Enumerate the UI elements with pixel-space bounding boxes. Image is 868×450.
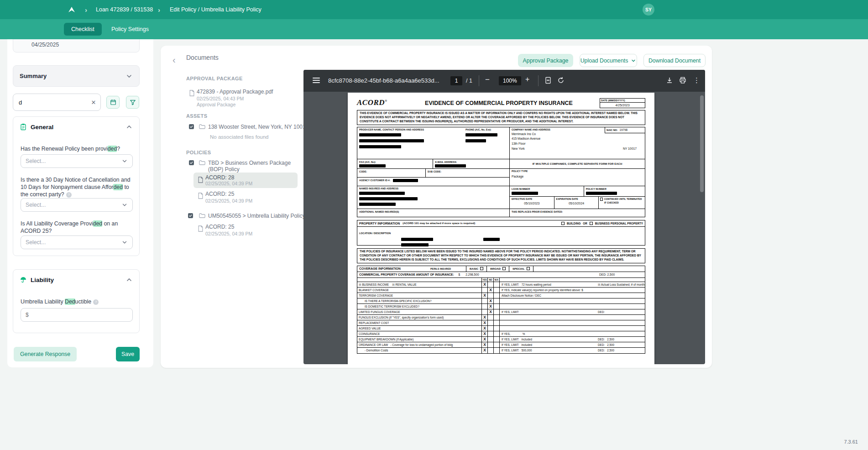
form-date-box: DATE (MM/DD/YYYY) 4/25/2023	[600, 98, 645, 108]
info-icon[interactable]: ?	[66, 192, 72, 198]
acord25-coverage-select[interactable]: Select...	[21, 235, 133, 249]
print-icon[interactable]	[679, 77, 686, 86]
named-insured-label: NAMED INSURED AND ADDRESS	[359, 187, 507, 190]
date-label: DATE (MM/DD/YYYY)	[600, 99, 645, 103]
property-information-section: PROPERTY INFORMATION (ACORD 101 may be a…	[357, 220, 645, 246]
pdf-viewer: 8cfc8708-88e2-45bf-b68-a6a4aa6e533d... /…	[303, 70, 705, 364]
folder-item-umbrella-policy[interactable]: UM50545055 > Umbrella Liability Policy	[188, 213, 305, 219]
na-mark-cell	[493, 309, 499, 314]
folder-item-asset[interactable]: 138 Wooster Street, New York, NY 10012	[189, 124, 309, 130]
app-logo-icon[interactable]	[68, 6, 76, 15]
continued-until-label: CONTINUED UNTIL TERMINATED IF CHECKED	[604, 198, 643, 205]
coverage-row: AGREED VALUEX	[357, 326, 645, 331]
question-cancellation-notice: Is there a 30 Day Notice of Cancellation…	[21, 176, 133, 198]
breadcrumb-loan[interactable]: Loan 472839 / 531538	[96, 6, 153, 13]
na-mark-cell	[493, 315, 499, 320]
fit-to-page-icon[interactable]	[544, 77, 552, 86]
liability-section-header[interactable]: Liability	[13, 270, 139, 283]
upload-documents-button[interactable]: Upload Documents	[580, 54, 637, 67]
special-checkbox	[527, 267, 530, 270]
file-item-acord-25[interactable]: ACORD: 25 02/25/2025, 04:39 PM	[198, 191, 252, 204]
assets-heading: ASSETS	[186, 113, 207, 119]
redaction-bar	[359, 133, 401, 136]
checkbox-checked-icon	[189, 160, 194, 165]
loan-number-label: LOAN NUMBER	[512, 188, 530, 190]
file-icon	[198, 177, 204, 183]
rotate-icon[interactable]	[557, 77, 565, 86]
approval-package-button[interactable]: Approval Package	[518, 54, 573, 67]
redaction-bar	[393, 179, 418, 182]
download-icon[interactable]	[666, 77, 673, 86]
breadcrumb-chevron-icon: ›	[85, 6, 87, 14]
acord-logo: ACORD®	[357, 98, 398, 107]
additional-named-insureds-label: ADDITIONAL NAMED INSURED(S)	[359, 210, 399, 213]
building-checkbox	[561, 222, 565, 225]
file-name: 472839 - Approval Package.pdf	[197, 89, 273, 95]
coverage-information-label: COVERAGE INFORMATION	[357, 267, 430, 270]
clipboard-icon	[20, 123, 27, 131]
coverage-row-ded: DED: 2,500	[598, 337, 614, 342]
file-name: ACORD: 28	[205, 174, 234, 181]
cancellation-notice-select[interactable]: Select...	[21, 198, 133, 212]
zoom-level[interactable]: 100%	[499, 76, 521, 85]
clear-search-icon[interactable]: ✕	[89, 98, 98, 106]
tab-policy-settings[interactable]: Policy Settings	[104, 23, 156, 36]
download-document-button[interactable]: Download Document	[643, 54, 706, 67]
pdf-scrollbar-thumb[interactable]	[700, 95, 704, 192]
na-mark-cell	[493, 337, 499, 342]
coverage-row: ☒ BUSINESS INCOME ☒ RENTAL VALUEXIf YES,…	[357, 282, 645, 288]
renewal-policy-select[interactable]: Select...	[21, 154, 133, 168]
question-acord25-coverage: Is All Liability Coverage Provided on an…	[21, 220, 133, 235]
umbrella-deductible-input[interactable]	[21, 308, 133, 322]
coverage-row-info: If YES, LIMIT: 72 hours waiting period☒ …	[499, 282, 645, 287]
search-input[interactable]	[13, 94, 101, 111]
or-label: OR	[583, 222, 587, 225]
folder-item-bop-policy[interactable]: TBD > Business Owners Package (BOP) Poli…	[189, 160, 298, 173]
zoom-in-icon[interactable]: +	[525, 75, 529, 84]
breadcrumb-edit-policy[interactable]: Edit Policy / Umbrella Liability Policy	[170, 6, 261, 13]
file-item-approval-package[interactable]: 472839 - Approval Package.pdf 02/25/2025…	[189, 89, 273, 107]
yes-mark-cell: X	[481, 315, 487, 320]
na-mark-cell	[493, 331, 499, 336]
coverage-row-info: If YES, LIMIT: includedDED: 2,500	[499, 342, 645, 347]
redaction-bar	[359, 203, 396, 206]
checklist-sidebar: 04/25/2025 Summary ✕ General Has the Ren…	[7, 39, 153, 367]
tab-checklist[interactable]: Checklist	[64, 23, 102, 36]
property-information-note: (ACORD 101 may be attached if more space…	[403, 222, 475, 225]
menu-icon[interactable]	[313, 78, 320, 84]
summary-section-header[interactable]: Summary	[13, 65, 140, 87]
search-highlight: ded	[108, 146, 117, 152]
page-number-input[interactable]	[450, 76, 462, 85]
file-icon	[189, 90, 195, 96]
coverage-row-label: LIMITED FUNGUS COVERAGE	[357, 309, 481, 314]
more-options-icon[interactable]: ⋮	[693, 76, 700, 84]
building-label: BUILDING	[567, 222, 580, 225]
general-section-header[interactable]: General	[13, 117, 139, 131]
collapse-panel-icon[interactable]: ‹	[173, 55, 176, 65]
coverage-row: IS THERE A TERRORISM-SPECIFIC EXCLUSION?…	[357, 298, 645, 304]
file-item-acord-28-selected[interactable]: ACORD: 28 02/25/2025, 04:39 PM	[193, 173, 298, 188]
redaction-bar	[401, 243, 429, 246]
business-personal-property-checkbox	[590, 222, 593, 225]
fax-label: FAX (A/C, No):	[359, 161, 376, 163]
generate-response-button[interactable]: Generate Response	[14, 347, 77, 361]
coverage-row-info	[499, 304, 645, 309]
zoom-out-icon[interactable]: −	[485, 75, 490, 84]
file-item-acord-25-umbrella[interactable]: ACORD: 25 02/25/2025, 04:39 PM	[198, 224, 252, 236]
perils-insured-label: PERILS INSURED	[430, 267, 466, 270]
yes-mark-cell	[481, 304, 487, 309]
approval-package-heading: APPROVAL PACKAGE	[186, 76, 243, 81]
no-mark-cell: X	[487, 288, 493, 293]
filter-icon	[130, 99, 136, 105]
user-avatar[interactable]: SY	[643, 4, 654, 16]
no-mark-cell: X	[487, 304, 493, 309]
info-icon[interactable]: ?	[93, 299, 99, 305]
redaction-bar	[359, 139, 424, 142]
date-filter-button[interactable]	[106, 96, 120, 109]
no-mark-cell	[487, 326, 493, 331]
save-button[interactable]: Save	[116, 347, 140, 361]
redaction-bar	[359, 164, 386, 167]
redaction-bar	[435, 164, 466, 167]
coverage-row: FUNGUS EXCLUSION (If "YES", specify orga…	[357, 315, 645, 320]
filter-button[interactable]	[126, 96, 139, 109]
